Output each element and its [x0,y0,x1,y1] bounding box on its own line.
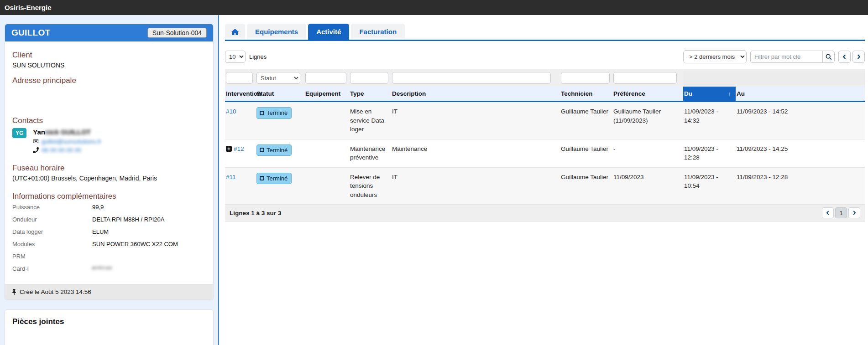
col-header-du[interactable]: Du ↑ [683,87,736,101]
site-card: GUILLOT Sun-Solution-004 Client SUN SOLU… [5,24,214,300]
info-row: PRM [12,253,206,265]
pagination-prev-button[interactable] [822,207,834,218]
extra-info-list: Puissance 99,9 Onduleur DELTA RPI M88H /… [12,204,206,278]
interventions-table: Statut Intervention Statut Equipement Ty… [225,69,865,221]
tab-home[interactable] [225,24,245,40]
page-size-select[interactable]: 10 [225,51,246,63]
tab-equipements[interactable]: Equipements [247,24,306,40]
info-row: Puissance 99,9 [12,204,206,216]
intervention-link[interactable]: #12 [234,145,244,152]
cell-type: Maintenance préventive [349,139,391,167]
site-reference-badge: Sun-Solution-004 [147,28,207,38]
cell-equipement [304,168,349,205]
table-footer: Lignes 1 à 3 sur 3 1 [225,205,865,221]
top-navbar: Osiris-Energie [0,0,868,15]
extra-info-heading: Informations complémentaires [12,192,206,201]
pagination-next-button[interactable] [848,207,860,218]
filter-equipement-input[interactable] [305,72,346,84]
site-card-header: GUILLOT Sun-Solution-004 [5,24,213,41]
search-button[interactable] [822,51,835,63]
col-header-preference[interactable]: Préférence [612,87,683,101]
cell-au: 11/09/2023 - 14:25 [736,139,865,167]
cell-type: Relever de tensions onduleurs [349,168,391,205]
address-empty [12,85,206,116]
expand-plus-icon[interactable]: + [226,146,232,152]
status-badge: Terminé [256,173,292,185]
phone-icon [33,147,39,153]
status-badge: Terminé [256,144,292,156]
cell-preference: Guillaume Taulier (11/09/2023) [612,102,683,139]
status-square-icon [260,111,264,115]
cell-du: 11/09/2023 - 12:28 [683,139,736,167]
tab-facturation[interactable]: Facturation [351,24,405,40]
col-header-description[interactable]: Description [391,87,560,101]
contact-avatar: YG [12,128,26,138]
tab-activite[interactable]: Activité [308,24,349,40]
filter-technicien-input[interactable] [561,72,610,84]
cell-technicien: Guillaume Taulier [560,102,612,139]
col-header-intervention[interactable]: Intervention [225,87,256,101]
cell-technicien: Guillaume Taulier [560,139,612,167]
client-heading: Client [12,51,206,60]
pagination-page-1[interactable]: 1 [835,207,847,218]
contact-phone-link[interactable]: 06 00 00 00 00 [42,147,81,154]
prev-page-button[interactable] [838,51,851,63]
sidebar: GUILLOT Sun-Solution-004 Client SUN SOLU… [0,15,219,345]
filter-intervention-input[interactable] [226,72,253,84]
status-badge: Terminé [256,107,292,119]
pagination: 1 [822,207,860,218]
row-count-label: Lignes 1 à 3 sur 3 [230,210,281,216]
attachments-card: Pièces jointes [5,309,214,345]
col-header-technicien[interactable]: Technicien [560,87,612,101]
cell-type: Mise en service Data loger [349,102,391,139]
info-row: Data logger ELUM [12,228,206,241]
col-header-statut[interactable]: Statut [256,87,304,101]
intervention-link[interactable]: #11 [226,174,236,180]
tab-bar: Equipements Activité Facturation [225,24,865,41]
filter-au-empty [736,71,865,85]
client-name: SUN SOLUTIONS [12,62,206,69]
cell-au: 11/09/2023 - 14:52 [736,102,865,139]
table-row: +#12 Terminé Maintenance préventive Main… [225,139,865,168]
period-filter-select[interactable]: > 2 derniers mois [683,50,747,63]
lines-label: Lignes [249,53,267,60]
keyword-filter-input[interactable] [750,51,822,63]
cell-preference: 11/09/2023 [612,168,683,205]
filter-description-input[interactable] [392,72,551,84]
col-header-equipement[interactable]: Equipement [304,87,349,101]
cell-du: 11/09/2023 - 14:32 [683,102,736,139]
contact-phone-line: 06 00 00 00 00 [33,147,101,154]
sort-asc-icon: ↑ [728,90,732,97]
cell-equipement [304,102,349,139]
cell-description: Maintenance [391,139,560,167]
cell-description: IT [391,102,560,139]
cell-au: 11/09/2023 - 12:28 [736,168,865,205]
search-icon [826,54,832,60]
cell-equipement [304,139,349,167]
filter-type-input[interactable] [350,72,388,84]
intervention-link[interactable]: #10 [226,108,236,115]
home-icon [231,29,239,35]
contact-email-link[interactable]: guillot@sunsolutions.fr [42,138,101,145]
table-body: #10 Terminé Mise en service Data loger I… [225,102,865,205]
app-title: Osiris-Energie [5,4,52,11]
table-controls: 10 Lignes > 2 derniers mois [225,50,865,63]
main-content: Equipements Activité Facturation 10 Lign… [219,15,868,345]
col-header-type[interactable]: Type [349,87,391,101]
created-date-strip: Créé le Août 5 2023 14:56 [5,284,213,299]
info-row: Modules SUN POWER 360WC X22 COM [12,241,206,253]
contact-email-line: ✉ guillot@sunsolutions.fr [33,137,101,145]
cell-preference: - [612,139,683,167]
table-row: #11 Terminé Relever de tensions onduleur… [225,168,865,205]
pin-icon [11,289,17,295]
info-row: Card-I 615144 [12,265,206,278]
next-page-button[interactable] [852,51,865,63]
contact-name: Yannick GUILLOT [33,128,101,136]
col-header-au[interactable]: Au [736,87,865,101]
filter-statut-select[interactable]: Statut [256,72,300,84]
status-square-icon [260,148,264,152]
keyword-filter-group [750,51,835,63]
table-header-row: Intervention Statut Equipement Type Desc… [225,87,865,102]
filter-preference-input[interactable] [613,72,677,84]
address-heading: Adresse principale [12,76,206,85]
